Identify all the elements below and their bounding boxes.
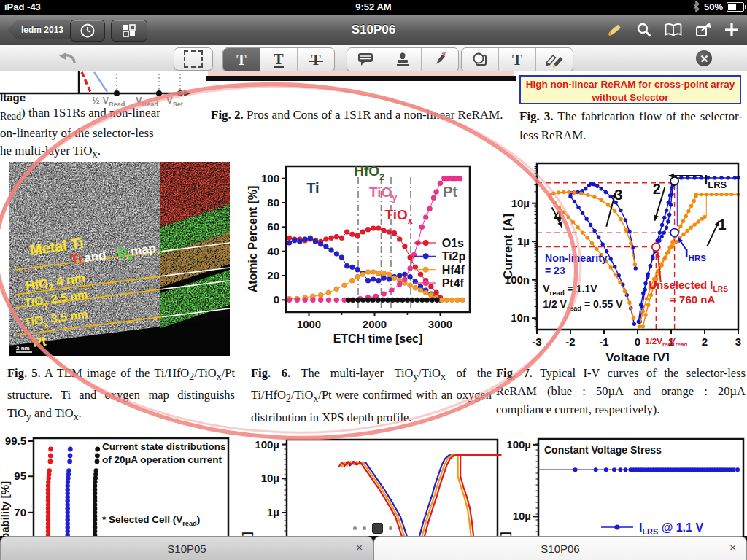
svg-text:10µ: 10µ: [261, 472, 279, 484]
search-icon[interactable]: [636, 22, 652, 38]
underline-text-button[interactable]: T: [260, 48, 297, 71]
svg-text:70: 70: [14, 506, 26, 518]
svg-text:3000: 3000: [428, 318, 452, 330]
svg-text:Non-linearity: Non-linearity: [545, 252, 608, 264]
left-column-text: Read) than 1S1Rs and non-linear on-linea…: [0, 104, 207, 163]
svg-text:40: 40: [267, 245, 279, 257]
banner-line2: without Selector: [521, 91, 740, 104]
highlight-text-button[interactable]: T: [223, 48, 260, 71]
svg-text:100µ: 100µ: [255, 438, 279, 451]
signature-button[interactable]: [421, 48, 458, 71]
tab-close-icon[interactable]: ×: [729, 541, 736, 553]
svg-text:= 760 nA: = 760 nA: [670, 293, 715, 306]
svg-text:Ti: Ti: [70, 252, 82, 267]
svg-text:0: 0: [635, 335, 640, 348]
svg-text:Current state distributions: Current state distributions: [102, 441, 226, 452]
tab-label: S10P05: [167, 542, 206, 555]
svg-text:of 20µA operation current: of 20µA operation current: [102, 454, 222, 465]
svg-text:60: 60: [267, 220, 279, 233]
svg-text:Unselected ILRS​: Unselected ILRS​: [649, 279, 728, 293]
svg-text:10n: 10n: [511, 311, 530, 324]
svg-text:1µ: 1µ: [267, 506, 279, 518]
svg-text:1µ: 1µ: [517, 235, 530, 247]
svg-text:= 23: = 23: [545, 265, 565, 276]
svg-text:1: 1: [718, 217, 726, 233]
tab-s10p06[interactable]: S10P06 ×: [374, 536, 747, 560]
tab-close-icon[interactable]: ×: [356, 541, 363, 553]
page-dot[interactable]: [389, 526, 392, 530]
tab-s10p05[interactable]: S10P05 ×: [0, 536, 374, 560]
left-col-line2: on-linearity of the selector-less: [0, 125, 207, 142]
draw-tools-group: T: [461, 47, 573, 72]
note-stamp-group: [347, 47, 459, 72]
strikeout-text-icon: T: [311, 52, 320, 67]
svg-text:2 nm: 2 nm: [16, 345, 30, 351]
free-text-icon: T: [512, 52, 522, 68]
svg-text:100: 100: [261, 172, 279, 184]
svg-text:ILRS​: ILRS​: [704, 172, 727, 190]
add-icon[interactable]: [724, 22, 740, 38]
fig7-iv-chart: 10n100n1µ10µ-3-2-101231/2Vread​Vread​Vol…: [502, 156, 747, 361]
strikeout-text-button[interactable]: T: [297, 48, 334, 71]
stamp-button[interactable]: [384, 48, 421, 71]
fig7-caption: Fig. 7. Typical I-V curves of the select…: [496, 364, 746, 419]
fig5-caption: Fig. 5. A TEM image of the Ti/HfO2/TiOx/…: [7, 364, 235, 427]
navigation-bar: Iedm 2013 S10P06: [0, 15, 747, 46]
pens-button[interactable]: [535, 48, 573, 71]
clock-label: 9:52 AM: [0, 1, 747, 12]
svg-text:3: 3: [735, 335, 741, 348]
svg-text:TiOx​: TiOx​: [385, 207, 414, 225]
highlighter-icon[interactable]: [605, 22, 624, 38]
left-col-line1: Read) than 1S1Rs and non-linear: [0, 104, 207, 125]
fig2-caption: Fig. 2. Pros and Cons of a 1S1R and a no…: [211, 106, 513, 125]
svg-text:ETCH time [sec]: ETCH time [sec]: [333, 332, 423, 345]
svg-text:* Selected Cell (Vread​): * Selected Cell (Vread​): [102, 514, 200, 527]
svg-text:Hf4f: Hf4f: [442, 264, 465, 276]
svg-text:99.5: 99.5: [5, 435, 26, 447]
note-button[interactable]: [347, 48, 384, 71]
svg-text:-1: -1: [599, 335, 608, 348]
svg-text:4: 4: [554, 208, 562, 224]
banner-box: High non-linear ReRAM for cross-point ar…: [519, 75, 741, 104]
page-dot[interactable]: [353, 526, 357, 530]
probability-chart: Probability [%]99.59570Current state dis…: [0, 429, 235, 536]
close-icon: [700, 55, 708, 63]
svg-text:Pt: Pt: [32, 334, 47, 350]
selection-rect-icon: [184, 50, 203, 68]
svg-text:10µ: 10µ: [511, 197, 530, 209]
banner-line1: High non-linear ReRAM for cross-point ar…: [521, 78, 740, 91]
bookmarks-icon[interactable]: [664, 23, 683, 37]
svg-text:80: 80: [267, 196, 279, 209]
svg-text:-2: -2: [565, 335, 575, 348]
svg-text:TiOy​: TiOy​: [369, 184, 398, 203]
selection-tool-button[interactable]: [174, 47, 213, 71]
share-icon[interactable]: [694, 22, 712, 38]
free-text-button[interactable]: T: [498, 48, 535, 71]
svg-text:Vread​ = 1.1V: Vread​ = 1.1V: [543, 283, 597, 297]
stamp-icon: [395, 52, 411, 68]
svg-text:Probability [%]: Probability [%]: [0, 481, 11, 536]
fig2-table-border: [206, 76, 516, 81]
page-dots-indicator[interactable]: [353, 523, 392, 533]
battery-percent: 50%: [704, 1, 723, 12]
svg-text:Pt: Pt: [443, 184, 457, 200]
svg-text:3: 3: [614, 187, 622, 203]
undo-icon[interactable]: [57, 50, 77, 67]
shapes-button[interactable]: [462, 48, 498, 71]
svg-text:2: 2: [653, 181, 661, 197]
bluetooth-icon: [692, 1, 700, 12]
svg-text:Pt4f: Pt4f: [442, 277, 465, 289]
svg-text:1/2 Vread​ = 0.55 V: 1/2 Vread​ = 0.55 V: [543, 298, 623, 312]
pdf-page[interactable]: ltage ½ VRead VRead VSet High non-linear…: [0, 71, 747, 536]
speech-bubble-icon: [357, 52, 374, 68]
svg-text:95: 95: [14, 470, 26, 482]
pencil-marker-icon: [543, 52, 565, 68]
annotation-toolbar: T T T: [0, 45, 747, 72]
text-markup-group: T T T: [222, 47, 335, 72]
svg-text:Ti: Ti: [306, 180, 319, 196]
battery-icon: [727, 2, 744, 12]
close-toolbar-button[interactable]: [696, 50, 712, 66]
page-dot[interactable]: [363, 526, 366, 530]
ipad-screen: iPad -43 9:52 AM 50% Iedm 2013 S10P0: [0, 0, 747, 560]
page-dot-active[interactable]: [372, 523, 383, 534]
